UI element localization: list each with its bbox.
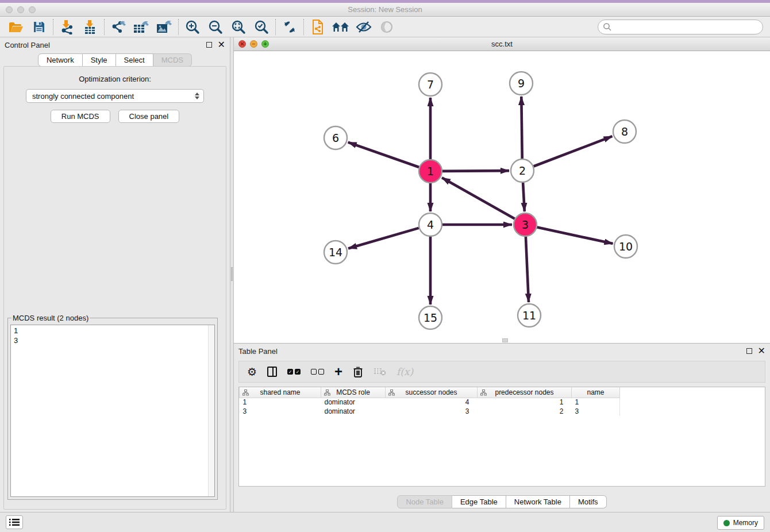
mcds-result-title: MCDS result (2 nodes)	[11, 314, 90, 322]
table-row[interactable]: 3dominator323	[240, 407, 620, 416]
graph-edge-2-3[interactable]	[523, 183, 525, 211]
graph-node-2[interactable]: 2	[511, 159, 534, 182]
float-table-panel-icon[interactable]	[746, 348, 752, 354]
memory-button[interactable]: Memory	[717, 516, 764, 530]
graph-node-9[interactable]: 9	[510, 72, 533, 95]
table-settings-icon[interactable]: ⚙	[247, 364, 257, 379]
close-panel-button[interactable]: Close panel	[118, 110, 180, 123]
table-cell[interactable]: 1	[478, 398, 572, 407]
graph-node-11[interactable]: 11	[518, 304, 541, 327]
network-window: ✕ − + scc.txt 7968124314101511	[234, 37, 770, 344]
table-cell[interactable]: 3	[240, 407, 321, 416]
graph-edge-2-8[interactable]	[534, 136, 613, 166]
tab-network[interactable]: Network	[38, 53, 83, 67]
close-table-panel-icon[interactable]: ✕	[758, 348, 765, 354]
network-minimize-icon[interactable]: −	[250, 40, 257, 48]
optimization-criterion-label: Optimization criterion:	[4, 75, 226, 83]
column-header-name[interactable]: name	[572, 387, 620, 398]
node-table[interactable]: shared nameMCDS rolesuccessor nodesprede…	[239, 387, 620, 416]
table-cell[interactable]: 2	[478, 407, 572, 416]
criterion-dropdown[interactable]: strongly connected component	[26, 89, 204, 103]
table-cell[interactable]: 3	[572, 407, 620, 416]
column-header-predecessor-nodes[interactable]: predecessor nodes	[478, 387, 572, 398]
tab-network-table[interactable]: Network Table	[506, 495, 570, 508]
minimize-window-icon[interactable]	[17, 6, 24, 13]
zoom-in-icon[interactable]	[181, 18, 204, 36]
column-header-MCDS-role[interactable]: MCDS role	[321, 387, 386, 398]
network-zoom-icon[interactable]: +	[261, 40, 269, 48]
result-scrollbar[interactable]	[208, 325, 214, 496]
delete-table-icon[interactable]	[374, 364, 386, 379]
tab-select[interactable]: Select	[116, 53, 153, 67]
deselect-all-columns-icon[interactable]	[311, 364, 324, 379]
function-builder-icon[interactable]: f(x)	[396, 364, 413, 379]
zoom-fit-icon[interactable]	[227, 18, 250, 36]
graph-edge-1-2[interactable]	[442, 171, 509, 171]
maximize-window-icon[interactable]	[29, 6, 36, 13]
graph-node-3[interactable]: 3	[514, 213, 537, 236]
search-icon	[603, 22, 612, 32]
tab-node-table[interactable]: Node Table	[397, 495, 452, 508]
import-table-icon[interactable]	[79, 18, 102, 36]
panel-splitter[interactable]	[230, 37, 234, 512]
table-row[interactable]: 1dominator411	[240, 398, 620, 407]
tab-mcds[interactable]: MCDS	[153, 53, 192, 67]
show-all-icon[interactable]	[375, 18, 398, 36]
delete-column-icon[interactable]	[353, 364, 363, 379]
graph-edge-4-14[interactable]	[348, 228, 419, 249]
graph-node-6[interactable]: 6	[324, 126, 347, 149]
graph-edge-1-6[interactable]	[348, 142, 419, 167]
graph-node-1[interactable]: 1	[419, 160, 442, 183]
graph-node-14[interactable]: 14	[324, 241, 347, 264]
network-close-icon[interactable]: ✕	[238, 40, 246, 48]
table-panel-title: Table Panel	[238, 347, 278, 356]
search-input[interactable]	[598, 20, 763, 34]
task-history-button[interactable]	[6, 515, 23, 529]
float-panel-icon[interactable]	[206, 42, 212, 48]
graph-edge-2-9[interactable]	[521, 97, 522, 159]
table-cell[interactable]: 4	[386, 398, 478, 407]
table-cell[interactable]: dominator	[321, 407, 386, 416]
table-cell[interactable]: 1	[240, 398, 321, 407]
graph-edge-3-10[interactable]	[537, 227, 613, 244]
table-cell[interactable]: dominator	[321, 398, 386, 407]
tab-style[interactable]: Style	[83, 53, 116, 67]
graph-edge-3-11[interactable]	[526, 237, 529, 302]
column-header-successor-nodes[interactable]: successor nodes	[386, 387, 478, 398]
save-session-icon[interactable]	[28, 18, 51, 36]
graph-edge-3-1[interactable]	[442, 178, 515, 218]
home-icon[interactable]	[329, 18, 352, 36]
export-network-icon[interactable]	[107, 18, 130, 36]
graph-node-15[interactable]: 15	[419, 306, 442, 329]
network-graph[interactable]: 7968124314101511	[234, 51, 769, 343]
add-column-icon[interactable]: +	[334, 364, 342, 379]
table-cell[interactable]: 3	[386, 407, 478, 416]
import-network-icon[interactable]	[56, 18, 79, 36]
close-window-icon[interactable]	[6, 6, 13, 13]
graph-node-8[interactable]: 8	[613, 120, 636, 143]
column-header-shared-name[interactable]: shared name	[240, 387, 321, 398]
table-cell[interactable]: 1	[572, 398, 620, 407]
hide-unselected-icon[interactable]	[352, 18, 375, 36]
open-session-icon[interactable]	[5, 18, 28, 36]
export-table-icon[interactable]	[130, 18, 153, 36]
clone-network-icon[interactable]	[306, 18, 329, 36]
mcds-result-list[interactable]: 1 3	[10, 325, 215, 497]
zoom-out-icon[interactable]	[204, 18, 227, 36]
select-all-columns-icon[interactable]: ✓✓	[287, 364, 301, 379]
network-canvas[interactable]: 7968124314101511	[234, 51, 770, 343]
column-pane-icon[interactable]	[267, 364, 277, 379]
graph-node-4[interactable]: 4	[419, 213, 442, 236]
canvas-scroll-grip[interactable]	[502, 338, 508, 342]
graph-node-10[interactable]: 10	[614, 235, 637, 258]
run-mcds-button[interactable]: Run MCDS	[51, 110, 110, 123]
tab-motifs[interactable]: Motifs	[570, 495, 607, 508]
svg-text:7: 7	[427, 78, 434, 91]
close-panel-icon[interactable]: ✕	[218, 42, 225, 48]
export-image-icon[interactable]	[153, 18, 176, 36]
zoom-selected-icon[interactable]	[250, 18, 273, 36]
table-panel-header: Table Panel ✕	[234, 344, 770, 358]
graph-node-7[interactable]: 7	[419, 73, 442, 96]
refresh-layout-icon[interactable]	[278, 18, 301, 36]
tab-edge-table[interactable]: Edge Table	[452, 495, 506, 508]
